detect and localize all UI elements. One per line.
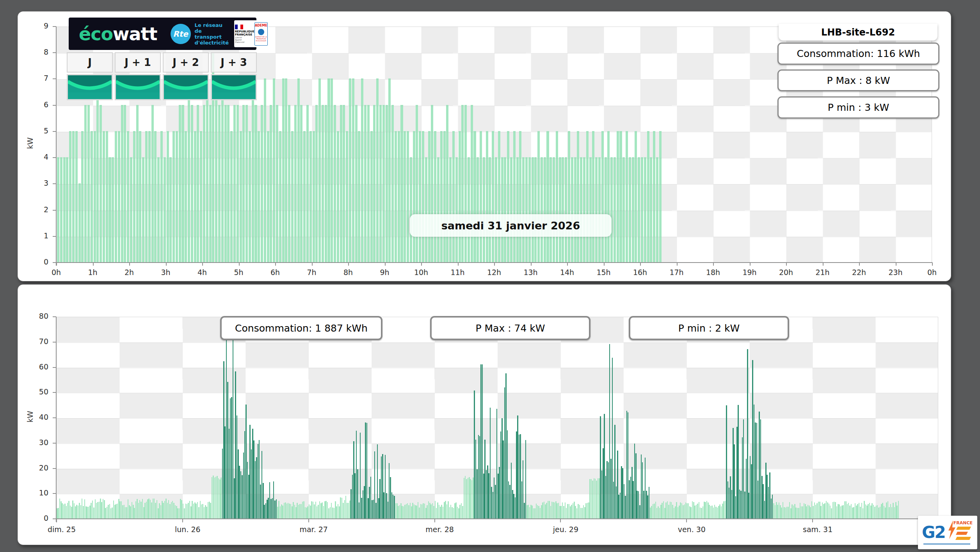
weekly-bar[interactable]	[95, 499, 96, 519]
weekly-bar[interactable]	[448, 501, 449, 518]
weekly-bar[interactable]	[542, 502, 543, 518]
weekly-bar[interactable]	[688, 503, 689, 518]
weekly-bar[interactable]	[690, 507, 692, 519]
weekly-bar[interactable]	[135, 501, 137, 518]
weekly-bar[interactable]	[721, 506, 722, 518]
daily-bar[interactable]	[327, 78, 330, 262]
weekly-bar[interactable]	[226, 332, 227, 518]
weekly-bar[interactable]	[265, 503, 267, 518]
daily-bar[interactable]	[254, 105, 257, 262]
weekly-bar[interactable]	[629, 480, 630, 518]
daily-bar[interactable]	[361, 78, 363, 262]
weekly-bar[interactable]	[643, 491, 644, 518]
daily-bar[interactable]	[331, 78, 333, 262]
weekly-bar[interactable]	[500, 431, 502, 518]
weekly-bar[interactable]	[114, 505, 116, 519]
daily-bar[interactable]	[288, 105, 290, 262]
daily-bar[interactable]	[112, 157, 114, 262]
weekly-bar[interactable]	[164, 501, 165, 519]
weekly-bar[interactable]	[764, 501, 765, 518]
weekly-bar[interactable]	[240, 471, 242, 518]
daily-bar[interactable]	[407, 131, 409, 262]
daily-bar[interactable]	[142, 157, 144, 262]
weekly-bar[interactable]	[187, 504, 188, 519]
weekly-bar[interactable]	[788, 507, 789, 518]
weekly-bar[interactable]	[99, 502, 100, 519]
daily-bar[interactable]	[510, 157, 512, 262]
daily-bar[interactable]	[294, 105, 297, 262]
weekly-bar[interactable]	[869, 503, 870, 518]
weekly-bar[interactable]	[823, 504, 824, 518]
weekly-bar[interactable]	[493, 492, 494, 518]
weekly-bar[interactable]	[198, 507, 199, 518]
daily-bar[interactable]	[601, 131, 604, 262]
weekly-bar[interactable]	[625, 496, 626, 518]
weekly-bar[interactable]	[647, 495, 648, 518]
weekly-bar[interactable]	[641, 454, 642, 518]
weekly-bar[interactable]	[545, 504, 546, 518]
daily-bar[interactable]	[306, 105, 309, 262]
weekly-bar[interactable]	[340, 497, 341, 518]
weekly-bar[interactable]	[608, 462, 609, 518]
weekly-bar[interactable]	[824, 503, 825, 518]
weekly-bar[interactable]	[693, 502, 694, 518]
weekly-bar[interactable]	[468, 478, 469, 518]
weekly-bar[interactable]	[546, 503, 547, 518]
daily-bar[interactable]	[145, 131, 148, 262]
daily-bar[interactable]	[139, 131, 141, 262]
daily-bar[interactable]	[179, 105, 181, 262]
weekly-bar[interactable]	[432, 503, 433, 518]
weekly-bar[interactable]	[446, 504, 448, 518]
weekly-bar[interactable]	[183, 504, 184, 518]
daily-bar[interactable]	[471, 105, 473, 262]
weekly-bar[interactable]	[553, 502, 554, 518]
weekly-bar[interactable]	[530, 505, 532, 518]
weekly-bar[interactable]	[470, 479, 471, 518]
weekly-bar[interactable]	[622, 468, 623, 518]
weekly-bar[interactable]	[541, 505, 542, 518]
daily-bar[interactable]	[121, 105, 123, 262]
weekly-bar[interactable]	[235, 371, 236, 518]
weekly-bar[interactable]	[773, 503, 774, 518]
weekly-bar[interactable]	[898, 501, 899, 518]
weekly-bar[interactable]	[474, 390, 475, 518]
weekly-bar[interactable]	[122, 505, 123, 519]
weekly-bar[interactable]	[349, 501, 350, 518]
daily-bar[interactable]	[57, 157, 59, 262]
daily-bar[interactable]	[449, 157, 452, 262]
weekly-bar[interactable]	[233, 340, 234, 518]
weekly-bar[interactable]	[445, 501, 446, 518]
weekly-bar[interactable]	[260, 485, 261, 518]
weekly-bar[interactable]	[822, 502, 823, 518]
weekly-bar[interactable]	[663, 501, 664, 518]
weekly-bar[interactable]	[454, 503, 455, 519]
weekly-bar[interactable]	[374, 451, 375, 518]
weekly-bar[interactable]	[162, 501, 163, 518]
weekly-bar[interactable]	[394, 496, 395, 518]
weekly-bar[interactable]	[630, 477, 631, 518]
weekly-bar[interactable]	[540, 508, 541, 518]
weekly-bar[interactable]	[578, 504, 579, 518]
daily-bar[interactable]	[300, 105, 302, 262]
weekly-bar[interactable]	[292, 506, 293, 518]
weekly-bar[interactable]	[620, 493, 621, 518]
weekly-bar[interactable]	[310, 506, 311, 519]
weekly-bar[interactable]	[754, 405, 755, 518]
weekly-bar[interactable]	[214, 477, 215, 518]
weekly-bar[interactable]	[429, 503, 430, 518]
weekly-bar[interactable]	[141, 502, 142, 518]
daily-bar[interactable]	[614, 157, 616, 262]
ecowatt-gauge-icon[interactable]	[211, 74, 257, 100]
weekly-bar[interactable]	[118, 499, 119, 518]
weekly-bar[interactable]	[297, 503, 298, 518]
weekly-bar[interactable]	[804, 503, 805, 518]
daily-bar[interactable]	[382, 105, 385, 262]
weekly-bar[interactable]	[319, 501, 320, 518]
weekly-bar[interactable]	[730, 476, 731, 518]
weekly-bar[interactable]	[227, 382, 228, 518]
daily-bar[interactable]	[565, 157, 567, 262]
weekly-bar[interactable]	[104, 500, 105, 518]
weekly-bar[interactable]	[244, 431, 245, 518]
weekly-bar[interactable]	[58, 508, 59, 519]
weekly-bar[interactable]	[532, 506, 533, 518]
